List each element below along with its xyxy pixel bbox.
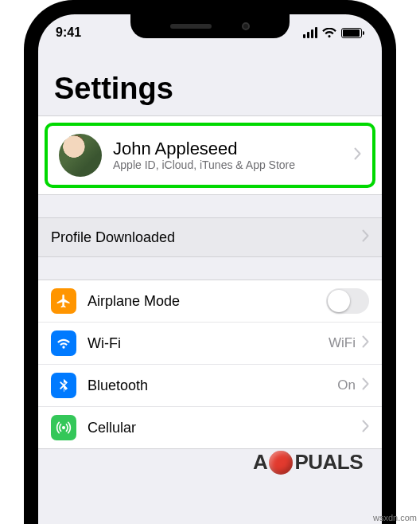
apple-id-group: John Appleseed Apple ID, iCloud, iTunes … xyxy=(38,115,382,195)
profile-downloaded-row[interactable]: Profile Downloaded xyxy=(38,218,382,256)
watermark-left: A xyxy=(253,450,267,475)
chevron-right-icon xyxy=(362,335,369,351)
wifi-status-icon xyxy=(322,28,336,38)
page-title: Settings xyxy=(38,51,382,115)
phone-frame: 9:41 Settings xyxy=(24,0,396,524)
chevron-right-icon xyxy=(362,229,369,245)
chevron-right-icon xyxy=(354,147,361,163)
status-bar: 9:41 xyxy=(38,14,382,51)
status-time: 9:41 xyxy=(56,25,81,40)
cellular-icon xyxy=(51,415,76,440)
screen: 9:41 Settings xyxy=(38,14,382,524)
wifi-icon xyxy=(51,330,76,356)
watermark: A PUALS xyxy=(253,450,363,475)
bluetooth-icon xyxy=(51,373,76,398)
wifi-row[interactable]: Wi-Fi WiFi xyxy=(38,323,382,365)
airplane-toggle[interactable] xyxy=(326,288,369,314)
airplane-mode-row[interactable]: Airplane Mode xyxy=(38,280,382,323)
airplane-icon xyxy=(51,288,76,314)
chevron-right-icon xyxy=(362,420,369,436)
bluetooth-row[interactable]: Bluetooth On xyxy=(38,365,382,407)
source-credit: wsxdn.com xyxy=(373,513,417,522)
chevron-right-icon xyxy=(362,377,369,393)
wifi-label: Wi-Fi xyxy=(88,335,329,352)
cellular-row[interactable]: Cellular xyxy=(38,407,382,448)
avatar xyxy=(59,134,102,177)
apple-id-subtitle: Apple ID, iCloud, iTunes & App Store xyxy=(113,158,343,171)
airplane-label: Airplane Mode xyxy=(88,293,326,310)
apple-id-name: John Appleseed xyxy=(113,139,343,158)
bluetooth-label: Bluetooth xyxy=(88,377,337,394)
apple-id-row[interactable]: John Appleseed Apple ID, iCloud, iTunes … xyxy=(45,123,375,188)
watermark-right: PUALS xyxy=(294,450,363,475)
profile-label: Profile Downloaded xyxy=(51,229,362,246)
cellular-signal-icon xyxy=(303,27,317,38)
profile-group: Profile Downloaded xyxy=(38,217,382,257)
watermark-ball-icon xyxy=(269,451,293,475)
bluetooth-value: On xyxy=(337,377,356,393)
wifi-value: WiFi xyxy=(329,335,356,351)
cellular-label: Cellular xyxy=(88,420,362,436)
battery-icon xyxy=(341,28,364,38)
connectivity-group: Airplane Mode Wi-Fi WiFi xyxy=(38,280,382,449)
